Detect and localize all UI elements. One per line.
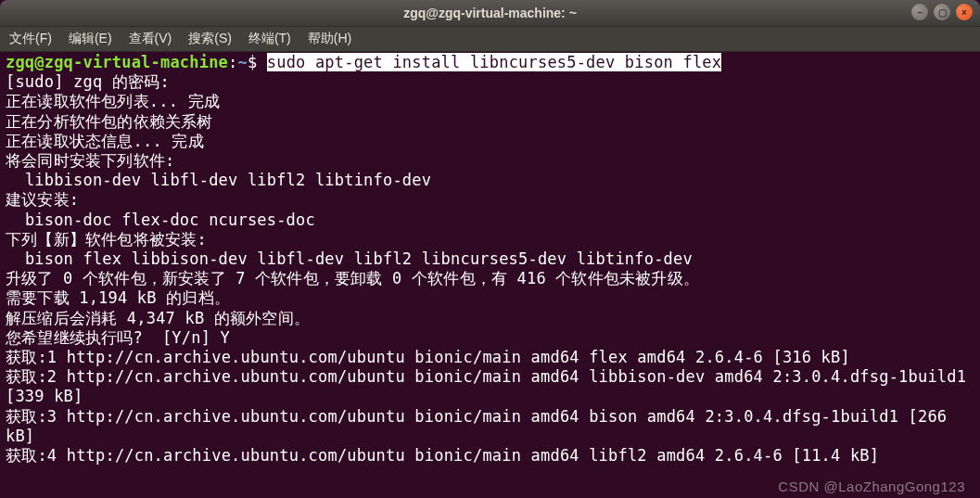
output-line: 获取:4 http://cn.archive.ubuntu.com/ubuntu… [6, 446, 879, 465]
output-line: 需要下载 1,194 kB 的归档。 [6, 288, 230, 307]
output-line: 获取:1 http://cn.archive.ubuntu.com/ubuntu… [6, 348, 850, 366]
minimize-button[interactable]: – [911, 4, 928, 20]
window-titlebar: zgq@zgq-virtual-machine: ~ – ▢ × [0, 0, 980, 26]
prompt-userhost: zgq@zgq-virtual-machine [6, 53, 228, 71]
output-line: 获取:3 http://cn.archive.ubuntu.com/ubuntu… [6, 407, 957, 445]
output-line: 获取:2 http://cn.archive.ubuntu.com/ubuntu… [6, 367, 976, 405]
menu-search[interactable]: 搜索(S) [188, 31, 232, 47]
prompt-sep2: $ [248, 53, 267, 71]
output-line: 正在读取状态信息... 完成 [6, 132, 204, 150]
output-line: [sudo] zgq 的密码: [6, 72, 170, 91]
menu-view[interactable]: 查看(V) [129, 31, 172, 47]
prompt-location: ~ [237, 53, 247, 71]
menu-edit[interactable]: 编辑(E) [69, 31, 112, 47]
menu-file[interactable]: 文件(F) [9, 31, 52, 47]
close-button[interactable]: × [956, 4, 973, 20]
output-line: 正在读取软件包列表... 完成 [6, 92, 220, 110]
output-line: 建议安装: [6, 190, 79, 209]
output-line: 解压缩后会消耗 4,347 kB 的额外空间。 [6, 309, 310, 327]
output-line: 将会同时安装下列软件: [6, 151, 174, 170]
window-controls: – ▢ × [911, 4, 973, 20]
menu-terminal[interactable]: 终端(T) [248, 31, 291, 47]
output-line: 升级了 0 个软件包，新安装了 7 个软件包，要卸载 0 个软件包，有 416 … [6, 269, 699, 287]
menu-help[interactable]: 帮助(H) [308, 31, 351, 47]
terminal-output[interactable]: zgq@zgq-virtual-machine:~$ sudo apt-get … [0, 52, 980, 498]
menu-bar: 文件(F) 编辑(E) 查看(V) 搜索(S) 终端(T) 帮助(H) [0, 26, 980, 52]
output-line: 正在分析软件包的依赖关系树 [6, 112, 213, 131]
output-line: bison-doc flex-doc ncurses-doc [6, 211, 315, 229]
maximize-button[interactable]: ▢ [934, 4, 950, 20]
output-line: 您希望继续执行吗? [Y/n] Y [6, 328, 230, 347]
prompt-command: sudo apt-get install libncurses5-dev bis… [267, 53, 721, 71]
window-title: zgq@zgq-virtual-machine: ~ [403, 6, 577, 20]
output-line: libbison-dev libfl-dev libfl2 libtinfo-d… [6, 171, 431, 189]
output-line: 下列【新】软件包将被安装: [6, 230, 207, 249]
prompt-sep1: : [228, 53, 237, 71]
output-line: bison flex libbison-dev libfl-dev libfl2… [6, 249, 693, 268]
